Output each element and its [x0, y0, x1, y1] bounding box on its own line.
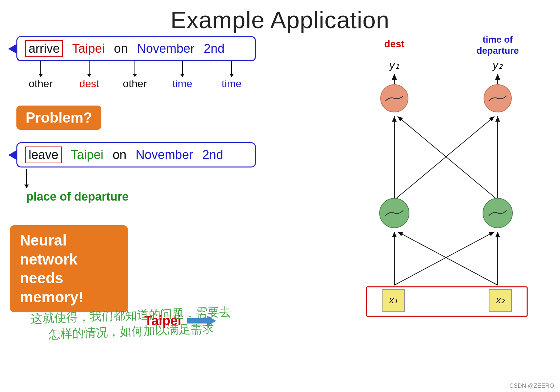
bubble-tail-2: [8, 150, 17, 160]
label-word2: dest: [79, 78, 99, 90]
arrow-word2: [89, 61, 90, 74]
sentence1-word4: November: [137, 42, 195, 56]
svg-text:y₁: y₁: [389, 59, 400, 71]
sentence2-word5: 2nd: [202, 148, 223, 162]
label-word4: time: [173, 78, 192, 90]
svg-line-17: [398, 232, 498, 285]
label-word1: other: [29, 78, 53, 90]
sentence2-word1: leave: [25, 147, 62, 163]
nn-diagram: dest time of departure y₁ y₂ x₁ x₂: [347, 33, 550, 328]
svg-line-16: [394, 232, 494, 285]
svg-text:departure: departure: [476, 46, 519, 56]
problem-box: Problem?: [16, 106, 101, 130]
sentence2-word4: November: [135, 148, 193, 162]
left-panel: arrive Taipei on November 2nd other dest…: [7, 36, 262, 312]
sentence2-box: leave Taipei on November 2nd: [16, 142, 256, 167]
problem-label: Problem?: [26, 109, 92, 126]
label-word5: time: [222, 78, 241, 90]
sentence1-word5: 2nd: [204, 42, 224, 56]
svg-text:x₁: x₁: [389, 295, 398, 305]
sentence1-word3: on: [114, 42, 128, 56]
arrow-word3: [135, 61, 135, 74]
svg-text:x₂: x₂: [496, 295, 505, 305]
sentence1-box: arrive Taipei on November 2nd: [16, 36, 256, 61]
svg-text:dest: dest: [384, 38, 404, 49]
arrow-word1: [40, 61, 41, 74]
bubble-tail-1: [8, 44, 17, 54]
sentence2-word2: Taipei: [71, 148, 103, 162]
arrow-word4: [182, 61, 183, 74]
svg-text:time of: time of: [483, 34, 513, 45]
svg-text:y₂: y₂: [492, 59, 503, 71]
svg-line-11: [398, 116, 498, 200]
neural-label: Neural network needs memory!: [20, 232, 83, 305]
arrow-word5: [231, 61, 232, 74]
sentence1-word2: Taipei: [72, 42, 105, 56]
departure-label: place of departure: [26, 190, 262, 204]
label-word3: other: [123, 78, 147, 90]
svg-line-10: [394, 116, 494, 200]
arrow-leave: [26, 169, 27, 185]
sentence2-word3: on: [113, 148, 126, 162]
csdn-label: CSDN @ZEERO-: [509, 382, 556, 389]
sentence1-word1: arrive: [25, 40, 63, 57]
page-title: Example Application: [0, 0, 560, 33]
neural-box: Neural network needs memory!: [10, 225, 128, 312]
